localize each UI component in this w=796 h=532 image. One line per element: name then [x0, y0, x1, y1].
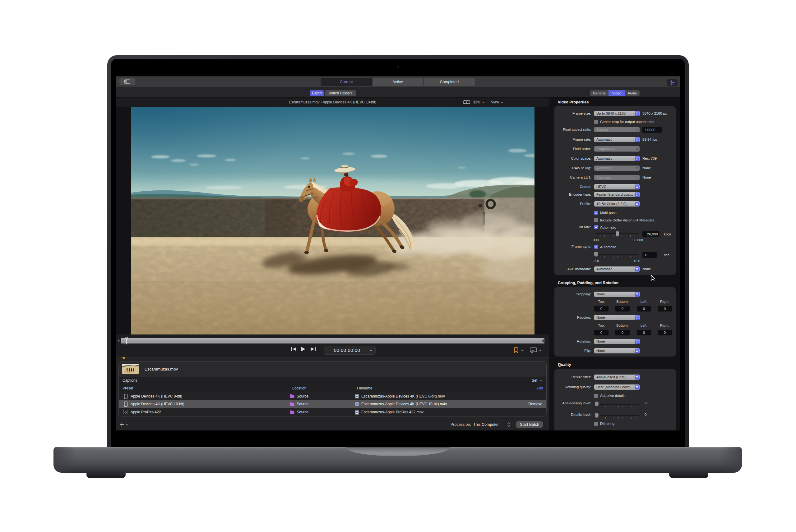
svg-text:Q: Q: [124, 411, 127, 414]
